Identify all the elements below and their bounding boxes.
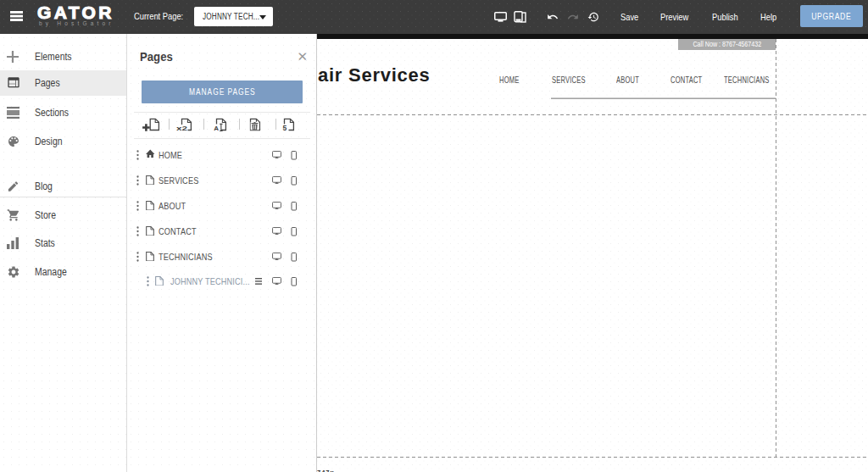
svg-text:5: 5 <box>283 124 287 132</box>
svg-text:A: A <box>214 125 219 132</box>
svg-text:x2: x2 <box>176 125 188 132</box>
